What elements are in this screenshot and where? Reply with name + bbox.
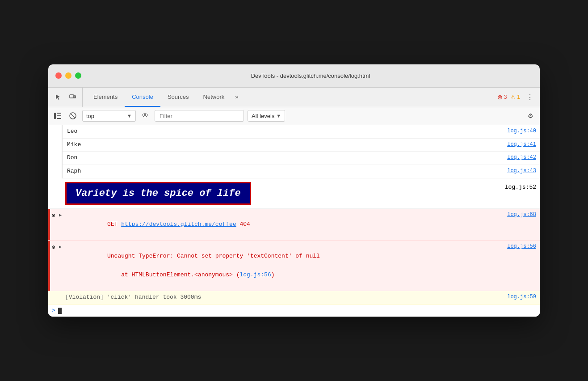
cursor-icon[interactable] (52, 91, 64, 103)
violation-entry: [Violation] 'click' handler took 3000ms … (48, 291, 540, 305)
svg-rect-4 (57, 115, 61, 116)
log-entry-don: Don log.js:42 (63, 152, 540, 165)
tabbar-left-icons (52, 88, 83, 107)
console-input-line[interactable]: > (48, 305, 540, 317)
window-title: DevTools - devtools.glitch.me/console/lo… (88, 72, 533, 79)
error-entry-typeerror: ⊗ ▶ Uncaught TypeError: Cannot set prope… (48, 241, 540, 291)
svg-rect-2 (54, 113, 56, 119)
input-cursor (58, 308, 62, 314)
error-icon-get: ⊗ (52, 212, 55, 219)
typeerror-link[interactable]: log.js:56 (239, 271, 271, 278)
device-toolbar-icon[interactable] (66, 91, 79, 103)
close-button[interactable] (55, 72, 62, 79)
context-dropdown-icon: ▼ (127, 113, 132, 119)
levels-dropdown-icon: ▼ (276, 113, 281, 119)
console-tab[interactable]: Console (125, 88, 160, 107)
more-tabs[interactable]: » (231, 88, 242, 107)
minimize-button[interactable] (65, 72, 71, 79)
svg-line-7 (71, 114, 75, 118)
console-toolbar: top ▼ 👁 All levels ▼ ⚙ (48, 107, 540, 125)
sidebar-toggle-button[interactable] (52, 110, 63, 122)
source-link-mike[interactable]: log.js:41 (500, 141, 536, 148)
elements-tab[interactable]: Elements (86, 88, 125, 107)
traffic-lights (55, 72, 81, 79)
network-tab[interactable]: Network (196, 88, 232, 107)
error-separator-2 (48, 241, 50, 291)
variety-entry: Variety is the spice of life log.js:52 (48, 178, 540, 209)
typeerror-line2: at HTMLButtonElement.<anonymous> (log.js… (107, 271, 274, 278)
source-link-leo[interactable]: log.js:40 (500, 128, 536, 134)
svg-rect-5 (57, 118, 61, 119)
log-group: Leo log.js:40 Mike log.js:41 Don log.js:… (62, 125, 540, 178)
source-link-typeerror[interactable]: log.js:56 (500, 243, 536, 250)
variety-banner: Variety is the spice of life (65, 182, 251, 205)
error-entry-get: ⊗ ▶ GET https://devtools.glitch.me/coffe… (48, 209, 540, 241)
get-url[interactable]: https://devtools.glitch.me/coffee (121, 221, 236, 228)
titlebar: DevTools - devtools.glitch.me/console/lo… (48, 64, 540, 88)
typeerror-line1: Uncaught TypeError: Cannot set property … (107, 253, 320, 259)
warning-triangle-icon: ⚠ (510, 94, 516, 101)
error-icon-typeerror: ⊗ (52, 244, 55, 251)
source-link-variety[interactable]: log.js:52 (498, 184, 536, 190)
source-link-get[interactable]: log.js:68 (500, 212, 536, 218)
devtools-window: DevTools - devtools.glitch.me/console/lo… (48, 64, 540, 317)
svg-rect-1 (74, 96, 76, 98)
svg-rect-0 (70, 95, 74, 98)
expand-arrow-typeerror[interactable]: ▶ (59, 244, 62, 250)
clear-console-button[interactable] (67, 110, 79, 122)
warn-count: ⚠ 1 (510, 94, 520, 101)
get-status: 404 (236, 221, 250, 228)
live-expressions-button[interactable]: 👁 (139, 110, 151, 122)
log-entry-mike: Mike log.js:41 (63, 139, 540, 152)
source-link-don[interactable]: log.js:42 (500, 154, 536, 161)
console-content: Leo log.js:40 Mike log.js:41 Don log.js:… (48, 125, 540, 317)
error-separator (48, 209, 50, 240)
svg-rect-3 (57, 113, 61, 114)
filter-input[interactable] (155, 110, 244, 122)
get-text: GET (107, 221, 121, 228)
tabbar: Elements Console Sources Network » ⊗ (48, 88, 540, 107)
levels-select[interactable]: All levels ▼ (248, 110, 285, 122)
devtools-panel: Elements Console Sources Network » ⊗ (48, 88, 540, 317)
tabbar-right: ⊗ 3 ⚠ 1 ⋮ (497, 88, 536, 107)
tabs: Elements Console Sources Network » (86, 88, 242, 107)
context-select[interactable]: top ▼ (82, 110, 136, 122)
log-entry-raph: Raph log.js:43 (63, 165, 540, 178)
log-entry-leo: Leo log.js:40 (63, 125, 540, 139)
error-count: ⊗ 3 (497, 93, 507, 101)
settings-button[interactable]: ⚙ (525, 110, 536, 122)
error-circle-icon: ⊗ (497, 93, 503, 101)
source-link-violation[interactable]: log.js:59 (500, 294, 536, 300)
source-link-raph[interactable]: log.js:43 (500, 168, 536, 174)
sources-tab[interactable]: Sources (160, 88, 196, 107)
maximize-button[interactable] (75, 72, 81, 79)
expand-arrow-get[interactable]: ▶ (59, 212, 62, 218)
more-options-button[interactable]: ⋮ (524, 91, 536, 103)
